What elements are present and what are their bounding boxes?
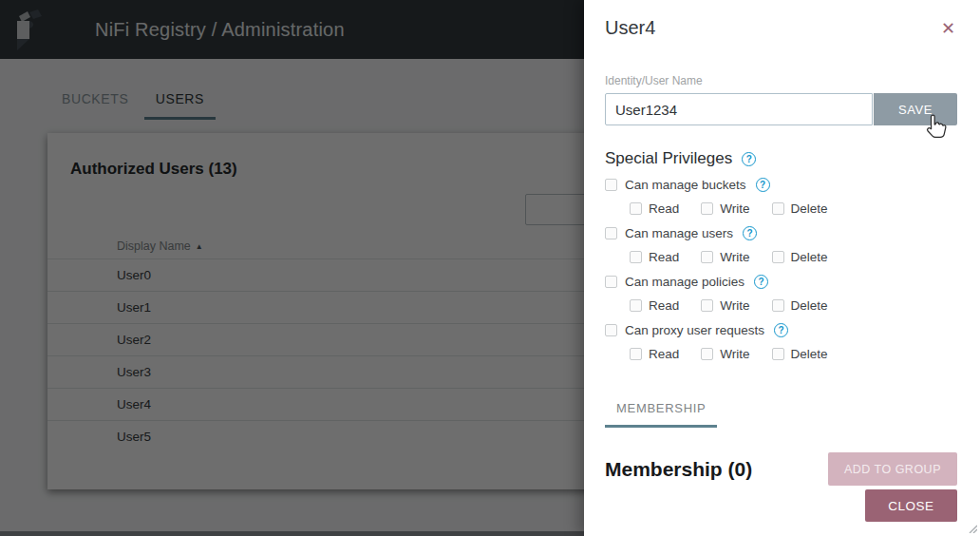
- permission-read: Read: [630, 298, 679, 313]
- privilege-can-manage-buckets: Can manage buckets ?: [605, 177, 957, 192]
- checkbox[interactable]: [701, 202, 713, 215]
- checkbox[interactable]: [701, 251, 713, 263]
- checkbox[interactable]: [772, 299, 784, 312]
- permission-read: Read: [630, 201, 679, 216]
- privilege-label: Can manage buckets: [625, 178, 746, 192]
- dialog-header: User4 ✕: [605, 0, 957, 39]
- permission-write: Write: [701, 298, 749, 313]
- permission-row: Read Write Delete: [630, 249, 957, 264]
- identity-field-label: Identity/User Name: [605, 74, 957, 87]
- close-button[interactable]: CLOSE: [865, 489, 957, 522]
- help-icon[interactable]: ?: [774, 323, 788, 337]
- checkbox[interactable]: [772, 202, 784, 215]
- help-icon[interactable]: ?: [742, 152, 756, 166]
- special-privileges-header: Special Privileges ?: [605, 149, 957, 168]
- checkbox[interactable]: [630, 202, 642, 215]
- checkbox[interactable]: [630, 348, 642, 360]
- identity-input[interactable]: [605, 93, 873, 125]
- membership-title: Membership (0): [605, 458, 752, 481]
- permission-delete: Delete: [772, 201, 828, 216]
- app-window: NiFi Registry / Administration BUCKETS U…: [0, 0, 980, 536]
- permission-write: Write: [701, 347, 749, 361]
- resize-handle[interactable]: [968, 524, 977, 533]
- permission-row: Read Write Delete: [630, 346, 957, 361]
- checkbox[interactable]: [630, 251, 642, 263]
- privilege-can-manage-policies: Can manage policies ?: [605, 274, 957, 289]
- permission-read: Read: [630, 250, 679, 264]
- add-to-group-button[interactable]: ADD TO GROUP: [828, 452, 957, 486]
- checkbox[interactable]: [605, 227, 617, 239]
- permission-delete: Delete: [772, 347, 828, 361]
- identity-row: SAVE: [605, 93, 957, 125]
- special-privileges-title: Special Privileges: [605, 149, 732, 168]
- cursor-pointer-icon: [923, 113, 949, 142]
- checkbox[interactable]: [772, 348, 784, 360]
- privilege-can-manage-users: Can manage users ?: [605, 225, 957, 240]
- checkbox[interactable]: [605, 324, 617, 336]
- user-dialog: User4 ✕ Identity/User Name SAVE Special …: [584, 0, 980, 536]
- permission-delete: Delete: [772, 250, 828, 264]
- permission-write: Write: [701, 201, 749, 216]
- checkbox[interactable]: [605, 276, 617, 288]
- privilege-label: Can manage policies: [625, 275, 744, 289]
- privilege-can-proxy-user-requests: Can proxy user requests ?: [605, 322, 957, 337]
- checkbox[interactable]: [701, 348, 713, 360]
- dialog-title: User4: [605, 17, 655, 39]
- permission-row: Read Write Delete: [630, 201, 957, 216]
- close-icon[interactable]: ✕: [941, 20, 955, 37]
- permission-row: Read Write Delete: [630, 297, 957, 313]
- tab-membership[interactable]: MEMBERSHIP: [605, 401, 717, 428]
- privilege-label: Can proxy user requests: [625, 323, 764, 337]
- help-icon[interactable]: ?: [743, 226, 757, 240]
- permission-delete: Delete: [772, 298, 828, 313]
- checkbox[interactable]: [772, 251, 784, 263]
- help-icon[interactable]: ?: [756, 178, 770, 192]
- checkbox[interactable]: [701, 299, 713, 312]
- privilege-label: Can manage users: [625, 226, 733, 240]
- permission-read: Read: [630, 347, 679, 361]
- membership-header-row: Membership (0) ADD TO GROUP: [605, 452, 957, 486]
- permission-write: Write: [701, 250, 749, 264]
- help-icon[interactable]: ?: [754, 275, 768, 289]
- checkbox[interactable]: [630, 299, 642, 312]
- checkbox[interactable]: [605, 179, 617, 191]
